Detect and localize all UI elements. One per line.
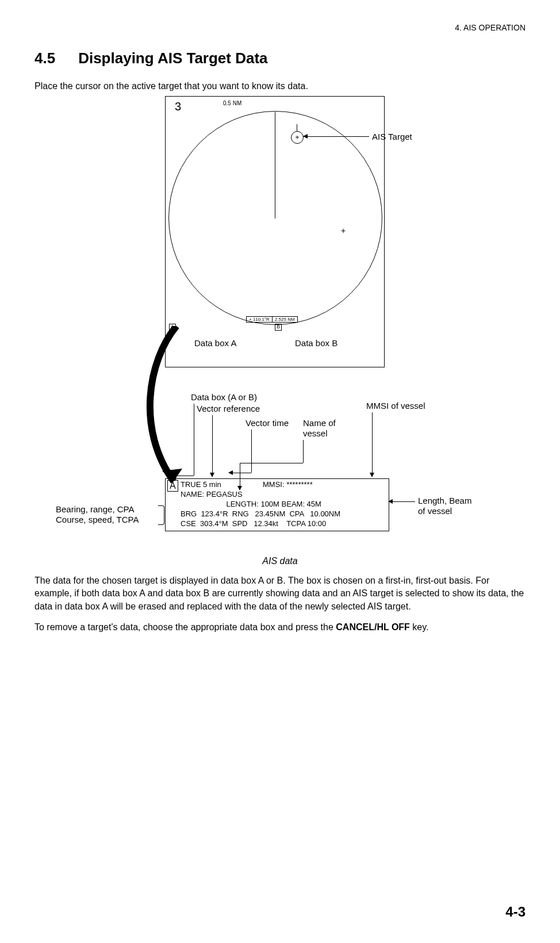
- callout-line: [392, 501, 415, 502]
- radar-heading-line: [275, 112, 275, 218]
- callout-length-beam: Length, Beam of vessel: [418, 496, 471, 516]
- callout-line: [372, 412, 373, 473]
- para2-text-a: To remove a target's data, choose the ap…: [34, 622, 336, 632]
- cursor-range: 2.525 NM: [272, 317, 297, 322]
- ais-target-vector: [297, 124, 297, 131]
- callout-data-box-ab: Data box (A or B): [191, 392, 257, 402]
- radar-range-unit: 0.5 NM: [223, 100, 241, 106]
- arrow-icon: [172, 473, 177, 478]
- callout-line: [303, 440, 304, 463]
- bracket-icon: [158, 505, 164, 525]
- callout-line: [233, 473, 251, 473]
- callout-line: [303, 136, 369, 137]
- callout-line: [212, 415, 213, 473]
- chapter-header: 4. AIS OPERATION: [34, 23, 526, 32]
- data-box-line-2: NAME: PEGASUS: [181, 490, 386, 500]
- ais-target-marker: +: [291, 131, 304, 144]
- data-box-line-1: TRUE 5 min MMSI: *********: [181, 480, 386, 490]
- callout-vector-reference: Vector reference: [197, 404, 260, 414]
- section-title-text: Displaying AIS Target Data: [78, 49, 267, 67]
- data-box-b-label: Data box B: [295, 338, 337, 348]
- intro-paragraph: Place the cursor on the active target th…: [34, 81, 526, 91]
- callout-mmsi: MMSI of vessel: [366, 401, 425, 411]
- radar-bearing-circle: [168, 111, 382, 325]
- callout-line: [240, 463, 303, 463]
- callout-name-of-vessel: Name of vessel: [303, 418, 336, 439]
- para2-text-c: key.: [410, 622, 429, 632]
- data-box-line-5: CSE 303.4°M SPD 12.34kt TCPA 10:00: [181, 519, 386, 529]
- callout-line: [251, 430, 252, 473]
- arrow-icon: [370, 473, 374, 477]
- callout-line: [177, 476, 194, 476]
- body-paragraph-1: The data for the chosen target is displa…: [34, 574, 526, 613]
- data-box-detail-letter: A: [167, 480, 178, 492]
- arrow-icon: [228, 470, 233, 475]
- callout-ais-target: AIS Target: [372, 132, 412, 141]
- section-title: 4.5Displaying AIS Target Data: [34, 49, 526, 67]
- figure-caption: AIS data: [34, 556, 526, 566]
- callout-line: [194, 404, 194, 476]
- key-name-cancel-hl-off: CANCEL/HL OFF: [336, 622, 410, 632]
- arrow-icon: [210, 473, 214, 477]
- data-box-b-tab: B: [275, 324, 282, 331]
- callout-vector-time: Vector time: [246, 418, 289, 428]
- data-box-line-3: LENGTH: 100M BEAM: 45M: [181, 500, 386, 509]
- section-number: 4.5: [34, 49, 55, 67]
- page-number: 4-3: [505, 904, 526, 920]
- ais-data-figure: 3 0.5 NM + + + 110.1°R 2.525 NM A B Data…: [62, 96, 498, 550]
- data-box-line-4: BRG 123.4°R RNG 23.45NM CPA 10.00NM: [181, 509, 386, 519]
- callout-bearing-range: Bearing, range, CPA Course, speed, TCPA: [56, 504, 139, 525]
- radar-range-value: 3: [175, 100, 181, 113]
- data-box-detail: A TRUE 5 min MMSI: ********* NAME: PEGAS…: [165, 478, 389, 531]
- body-paragraph-2: To remove a target's data, choose the ap…: [34, 621, 526, 634]
- own-ship-marker: +: [341, 226, 346, 235]
- cursor-bearing: + 110.1°R: [247, 317, 272, 322]
- cursor-readout: + 110.1°R 2.525 NM: [246, 316, 298, 323]
